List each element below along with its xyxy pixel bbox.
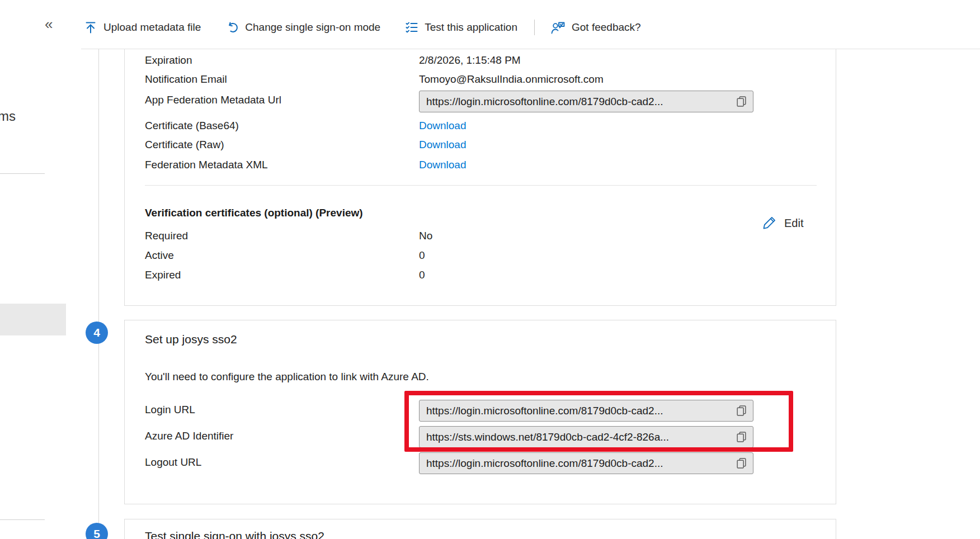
change-sso-mode-button[interactable]: Change single sign-on mode bbox=[225, 21, 380, 34]
sidebar-collapse-icon[interactable]: « bbox=[45, 16, 53, 33]
pencil-icon bbox=[762, 215, 778, 232]
expired-value: 0 bbox=[419, 269, 425, 281]
step-timeline-line bbox=[98, 49, 99, 539]
login-url-field[interactable]: https://login.microsoftonline.com/8179d0… bbox=[419, 400, 753, 422]
step-5-badge: 5 bbox=[86, 523, 108, 539]
active-label: Active bbox=[145, 249, 174, 262]
expiration-label: Expiration bbox=[145, 54, 192, 67]
toolbar-separator bbox=[534, 20, 535, 35]
logout-url-label: Logout URL bbox=[145, 456, 201, 469]
certificate-raw-label: Certificate (Raw) bbox=[145, 139, 224, 151]
copy-icon[interactable] bbox=[736, 457, 747, 469]
sidebar-divider bbox=[0, 173, 45, 174]
certificate-raw-download-link[interactable]: Download bbox=[419, 139, 467, 151]
setup-app-card: Set up josys sso2 You'll need to configu… bbox=[124, 320, 836, 504]
required-label: Required bbox=[145, 230, 188, 242]
login-url-value: https://login.microsoftonline.com/8179d0… bbox=[426, 405, 731, 417]
login-url-label: Login URL bbox=[145, 404, 195, 416]
required-value: No bbox=[419, 230, 432, 242]
card-section-divider bbox=[145, 185, 817, 186]
edit-button-label: Edit bbox=[784, 217, 803, 230]
app-federation-metadata-url-value: https://login.microsoftonline.com/8179d0… bbox=[426, 96, 731, 108]
feedback-icon bbox=[550, 21, 566, 35]
notification-email-value: Tomoyo@RaksulIndia.onmicrosoft.com bbox=[419, 73, 604, 86]
copy-icon[interactable] bbox=[736, 96, 747, 107]
certificate-base64-label: Certificate (Base64) bbox=[145, 120, 239, 132]
app-federation-metadata-url-label: App Federation Metadata Url bbox=[145, 94, 281, 106]
expired-label: Expired bbox=[145, 269, 181, 281]
notification-email-label: Notification Email bbox=[145, 73, 227, 86]
test-card-title: Test single sign-on with josys sso2 bbox=[145, 529, 324, 539]
copy-icon[interactable] bbox=[736, 431, 747, 443]
edit-button[interactable]: Edit bbox=[762, 215, 803, 232]
sidebar-divider bbox=[0, 519, 45, 520]
test-sso-card: Test single sign-on with josys sso2 bbox=[124, 519, 836, 539]
expiration-value: 2/8/2026, 1:15:48 PM bbox=[419, 54, 521, 67]
azure-sso-page: « ms Upload metadata file Change single … bbox=[0, 0, 980, 539]
logout-url-value: https://login.microsoftonline.com/8179d0… bbox=[426, 457, 731, 470]
azure-ad-identifier-field[interactable]: https://sts.windows.net/8179d0cb-cad2-4c… bbox=[419, 426, 753, 448]
app-federation-metadata-url-field[interactable]: https://login.microsoftonline.com/8179d0… bbox=[419, 91, 753, 112]
sidebar-item-selected[interactable] bbox=[0, 304, 66, 335]
sidebar-item-label-clipped[interactable]: ms bbox=[0, 108, 16, 124]
verification-certificates-title: Verification certificates (optional) (Pr… bbox=[145, 207, 363, 219]
command-bar: Upload metadata file Change single sign-… bbox=[84, 15, 666, 40]
upload-metadata-label: Upload metadata file bbox=[103, 21, 201, 34]
logout-url-field[interactable]: https://login.microsoftonline.com/8179d0… bbox=[419, 452, 753, 474]
test-application-label: Test this application bbox=[425, 21, 517, 34]
certificate-base64-download-link[interactable]: Download bbox=[419, 120, 467, 132]
change-sso-mode-label: Change single sign-on mode bbox=[245, 21, 380, 34]
got-feedback-button[interactable]: Got feedback? bbox=[550, 21, 641, 35]
undo-icon bbox=[225, 21, 239, 34]
upload-metadata-button[interactable]: Upload metadata file bbox=[84, 21, 201, 34]
setup-card-title: Set up josys sso2 bbox=[145, 333, 237, 346]
step-4-badge: 4 bbox=[86, 321, 108, 344]
federation-metadata-xml-label: Federation Metadata XML bbox=[145, 159, 268, 171]
saml-certificates-card: Expiration 2/8/2026, 1:15:48 PM Notifica… bbox=[124, 49, 836, 306]
active-value: 0 bbox=[419, 249, 425, 262]
step-4-number: 4 bbox=[93, 326, 100, 339]
federation-metadata-xml-download-link[interactable]: Download bbox=[419, 159, 467, 171]
azure-ad-identifier-value: https://sts.windows.net/8179d0cb-cad2-4c… bbox=[426, 431, 731, 443]
azure-ad-identifier-label: Azure AD Identifier bbox=[145, 430, 233, 442]
upload-icon bbox=[84, 21, 97, 34]
step-5-number: 5 bbox=[93, 527, 100, 539]
test-application-button[interactable]: Test this application bbox=[405, 21, 517, 34]
setup-card-description: You'll need to configure the application… bbox=[145, 371, 429, 383]
copy-icon[interactable] bbox=[736, 405, 747, 417]
tasklist-icon bbox=[405, 21, 418, 34]
got-feedback-label: Got feedback? bbox=[572, 21, 641, 34]
